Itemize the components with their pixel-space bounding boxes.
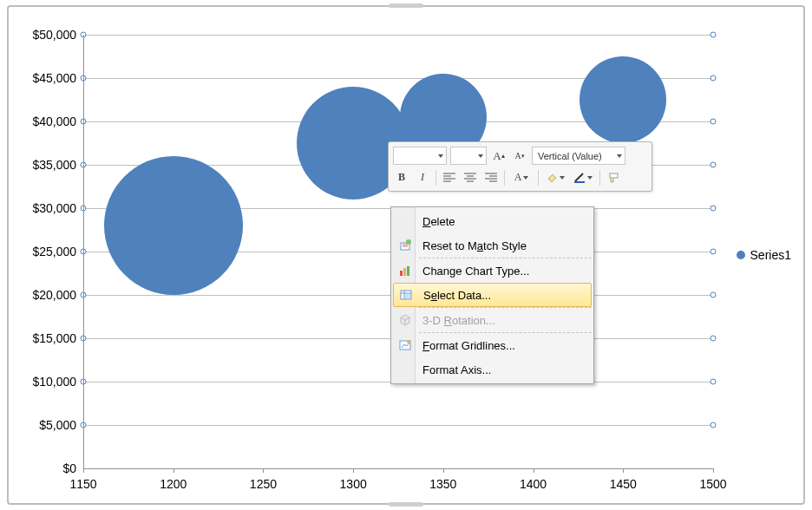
svg-rect-16 bbox=[400, 271, 403, 276]
chart-type-icon bbox=[396, 262, 414, 279]
grid-marker bbox=[710, 422, 717, 428]
font-color-button[interactable]: A bbox=[509, 169, 534, 186]
gridline[interactable] bbox=[83, 425, 713, 426]
font-name-dropdown[interactable] bbox=[393, 147, 447, 165]
x-axis-label: 1150 bbox=[69, 477, 96, 491]
font-size-dropdown[interactable] bbox=[450, 147, 487, 165]
data-bubble[interactable] bbox=[104, 156, 243, 295]
y-axis-label: $45,000 bbox=[32, 71, 76, 85]
svg-point-15 bbox=[406, 239, 411, 245]
menu-label: Delete bbox=[422, 215, 455, 228]
outline-color-button[interactable] bbox=[571, 169, 595, 186]
shrink-font-icon[interactable]: A▾ bbox=[511, 147, 528, 165]
y-axis-label: $15,000 bbox=[32, 331, 76, 345]
y-axis-label: $25,000 bbox=[32, 245, 76, 258]
legend-marker bbox=[737, 251, 745, 259]
menu-label: 3-D Rotation... bbox=[422, 314, 495, 327]
menu-label: Select Data... bbox=[423, 289, 491, 302]
x-axis-label: 1400 bbox=[520, 477, 547, 491]
y-axis-label: $20,000 bbox=[32, 288, 76, 302]
fill-color-button[interactable] bbox=[543, 169, 567, 186]
reset-icon bbox=[396, 237, 414, 254]
svg-rect-18 bbox=[407, 266, 409, 276]
menu-reset-match-style[interactable]: Reset to Match Style bbox=[393, 233, 592, 258]
chart-object-frame[interactable]: Series1 A▴ A▾ Vertical (Value) B I bbox=[7, 5, 805, 505]
grid-marker bbox=[710, 206, 717, 212]
x-axis-label: 1300 bbox=[340, 477, 367, 491]
y-axis-label: $40,000 bbox=[32, 114, 76, 128]
data-bubble[interactable] bbox=[580, 56, 666, 143]
grow-font-icon[interactable]: A▴ bbox=[490, 147, 508, 165]
svg-point-24 bbox=[407, 340, 410, 343]
y-axis-label: $50,000 bbox=[32, 28, 76, 42]
y-axis-label: $30,000 bbox=[32, 201, 76, 215]
menu-label: Format Axis... bbox=[422, 363, 491, 376]
format-icon bbox=[396, 337, 414, 354]
grid-marker bbox=[710, 379, 717, 385]
x-axis-label: 1250 bbox=[250, 477, 277, 491]
legend-label: Series1 bbox=[750, 248, 791, 262]
y-axis-label: $10,000 bbox=[32, 375, 76, 389]
format-painter-icon[interactable] bbox=[605, 169, 622, 186]
select-data-icon bbox=[397, 286, 415, 304]
menu-change-chart-type[interactable]: Change Chart Type... bbox=[393, 258, 592, 283]
rotation-icon bbox=[396, 311, 414, 329]
italic-button[interactable]: I bbox=[414, 169, 431, 186]
x-axis-label: 1350 bbox=[429, 477, 456, 491]
align-center-icon[interactable] bbox=[462, 169, 479, 186]
x-axis-label: 1450 bbox=[610, 477, 637, 491]
mini-format-toolbar: A▴ A▾ Vertical (Value) B I A bbox=[388, 141, 652, 192]
x-axis-line[interactable] bbox=[83, 468, 713, 469]
bold-button[interactable]: B bbox=[393, 169, 410, 186]
gridline[interactable] bbox=[83, 35, 713, 36]
grid-marker bbox=[710, 336, 717, 342]
svg-rect-17 bbox=[403, 268, 406, 276]
align-left-icon[interactable] bbox=[441, 169, 458, 186]
context-menu: Delete Reset to Match Style Change Chart… bbox=[390, 206, 594, 384]
grid-marker bbox=[710, 162, 717, 168]
grid-marker bbox=[710, 32, 717, 38]
grid-marker bbox=[710, 119, 717, 125]
align-right-icon[interactable] bbox=[482, 169, 500, 186]
y-axis-line[interactable] bbox=[83, 35, 84, 468]
menu-label: Format Gridlines... bbox=[422, 339, 515, 352]
menu-delete[interactable]: Delete bbox=[393, 209, 592, 233]
grid-marker bbox=[710, 249, 717, 255]
svg-rect-12 bbox=[574, 181, 585, 183]
menu-format-axis[interactable]: Format Axis... bbox=[393, 357, 592, 382]
svg-rect-22 bbox=[405, 294, 410, 298]
y-axis-label: $0 bbox=[62, 461, 76, 475]
menu-label: Change Chart Type... bbox=[422, 265, 529, 278]
menu-label: Reset to Match Style bbox=[422, 239, 527, 252]
svg-rect-13 bbox=[610, 173, 618, 178]
chart-element-selector[interactable]: Vertical (Value) bbox=[532, 147, 625, 165]
grid-marker bbox=[710, 292, 717, 298]
menu-select-data[interactable]: Select Data... bbox=[393, 283, 592, 307]
menu-3d-rotation: 3-D Rotation... bbox=[393, 308, 592, 332]
grid-marker bbox=[710, 75, 717, 82]
chart-legend[interactable]: Series1 bbox=[737, 248, 791, 262]
y-axis-label: $5,000 bbox=[39, 418, 76, 432]
y-axis-label: $35,000 bbox=[32, 158, 76, 172]
menu-format-gridlines[interactable]: Format Gridlines... bbox=[393, 333, 592, 357]
x-axis-label: 1200 bbox=[160, 477, 187, 491]
x-axis-label: 1500 bbox=[699, 477, 726, 491]
chart-element-label: Vertical (Value) bbox=[538, 151, 602, 161]
